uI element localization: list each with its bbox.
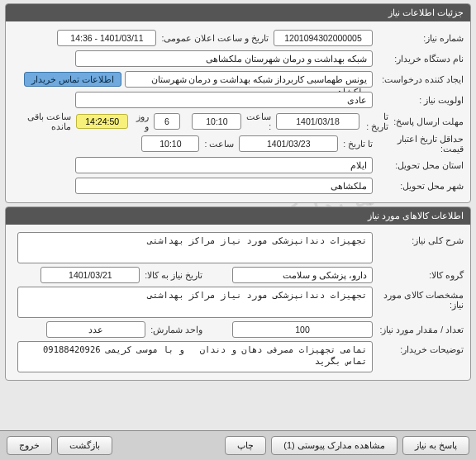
need-details-panel: جزئیات اطلاعات نیاز شماره نیاز: 12010943…: [5, 3, 471, 203]
to-date-value-2: 1401/03/23: [239, 135, 338, 152]
delivery-province-label: استان محل تحویل:: [373, 160, 464, 170]
delivery-city-value: ملکشاهی: [75, 178, 373, 194]
unit-label: واحد شمارش:: [145, 325, 207, 334]
to-time-value-1: 10:10: [192, 113, 241, 130]
creator-value: یونس طهماسبی کاربرداز شبکه بهداشت و درما…: [125, 71, 373, 88]
buyer-notes-value: [17, 341, 373, 372]
creator-label: ایجاد کننده درخواست:: [373, 74, 464, 84]
buyer-notes-label: توضیحات خریدار:: [373, 341, 464, 354]
general-desc-value: [17, 232, 373, 263]
back-button[interactable]: بازگشت: [57, 436, 112, 455]
goods-group-label: گروه کالا:: [373, 270, 464, 280]
announce-datetime-value: 1401/03/11 - 14:36: [57, 30, 156, 46]
goods-info-panel: اطلاعات کالاهای مورد نیاز شرح کلی نیاز: …: [5, 206, 471, 381]
exit-button[interactable]: خروج: [7, 436, 52, 455]
days-remaining-value: 6: [154, 113, 180, 130]
need-date-label: تاریخ نیاز به کالا:: [140, 270, 207, 280]
footer-toolbar: پاسخ به نیاز مشاهده مدارک پیوستی (1) چاپ…: [0, 430, 476, 460]
priority-label: اولویت نیاز :: [373, 95, 464, 105]
time-remaining-chip: 14:24:50: [76, 114, 128, 129]
response-deadline-label: مهلت ارسال پاسخ:: [388, 116, 464, 126]
time-label-1: ساعت :: [241, 111, 276, 131]
buyer-org-value: شبکه بهداشت و درمان شهرستان ملکشاهی: [75, 50, 373, 67]
buyer-contact-button[interactable]: اطلاعات تماس خریدار: [24, 72, 121, 87]
goods-spec-label: مشخصات کالای مورد نیاز:: [373, 287, 464, 310]
time-label-2: ساعت :: [199, 139, 239, 149]
need-number-label: شماره نیاز:: [373, 33, 464, 43]
quantity-value: 100: [232, 321, 373, 338]
time-remaining-text: ساعت باقی مانده: [12, 111, 76, 131]
print-button[interactable]: چاپ: [225, 436, 266, 455]
general-desc-label: شرح کلی نیاز:: [373, 232, 464, 245]
priority-value: عادی: [75, 92, 373, 108]
unit-value: عدد: [46, 321, 145, 338]
goods-group-value: دارو، پزشکی و سلامت: [232, 267, 373, 283]
delivery-city-label: شهر محل تحویل:: [373, 181, 464, 191]
delivery-province-value: ایلام: [75, 157, 373, 173]
quantity-label: تعداد / مقدار مورد نیاز:: [373, 325, 464, 334]
days-text: روز و: [128, 111, 154, 131]
need-number-value: 1201094302000005: [274, 30, 373, 46]
reply-to-need-button[interactable]: پاسخ به نیاز: [402, 436, 469, 455]
to-time-value-2: 10:10: [141, 135, 199, 152]
view-attachments-button[interactable]: مشاهده مدارک پیوستی (1): [271, 436, 397, 455]
to-date-label-2: تا تاریخ :: [338, 139, 373, 149]
goods-spec-value: [17, 287, 373, 318]
price-validity-label: حداقل تاریخ اعتبار قیمت:: [373, 134, 464, 154]
announce-datetime-label: تاریخ و ساعت اعلان عمومی:: [156, 33, 274, 43]
need-date-value: 1401/03/21: [40, 267, 140, 283]
goods-info-header: اطلاعات کالاهای مورد نیاز: [6, 207, 470, 225]
buyer-org-label: نام دستگاه خریدار:: [373, 54, 464, 64]
to-date-value-1: 1401/03/18: [276, 113, 359, 130]
need-details-header: جزئیات اطلاعات نیاز: [6, 4, 470, 21]
to-date-label-1: تا تاریخ :: [359, 111, 388, 131]
